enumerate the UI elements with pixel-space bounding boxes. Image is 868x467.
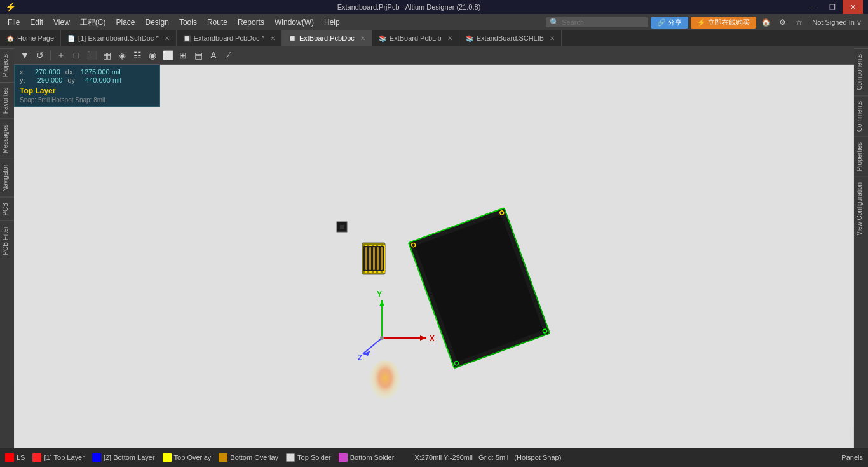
tool-table[interactable]: ▤	[191, 48, 205, 62]
svg-text:Y: Y	[377, 290, 382, 299]
tab-pcbdoc2-label: ExtBoard.PcbDoc	[299, 34, 355, 42]
share-button[interactable]: 🔗 分享	[651, 17, 688, 29]
tab-schdoc-close[interactable]: ✕	[165, 35, 170, 42]
menu-project[interactable]: 工程(C)	[75, 15, 111, 30]
window-controls: — ❐ ✕	[802, 0, 863, 14]
search-icon: 🔍	[550, 18, 559, 27]
buy-button[interactable]: ⚡ 立即在线购买	[691, 17, 756, 29]
layer-toplayer[interactable]: [1] Top Layer	[32, 453, 84, 462]
tool-square[interactable]: ⬜	[161, 48, 175, 62]
svg-rect-12	[373, 247, 375, 270]
layer-topoverlay[interactable]: Top Overlay	[163, 453, 212, 462]
tool-crosshair[interactable]: ⊞	[176, 48, 190, 62]
bookmark-icon[interactable]: ☆	[792, 15, 806, 29]
menu-design[interactable]: Design	[140, 16, 174, 29]
sidebar-favorites[interactable]: Favorites	[0, 82, 14, 119]
tool-rectangle[interactable]: □	[69, 48, 83, 62]
toolbar-sep1	[50, 50, 51, 60]
right-sidebar: Components Comments Properties View Conf…	[854, 46, 868, 448]
tab-schlib-close[interactable]: ✕	[550, 35, 555, 42]
layer-topsolder[interactable]: Top Solder	[286, 453, 331, 462]
window-title: Extandboard.PrjPcb - Altium Designer (21…	[16, 3, 802, 11]
pcb-svg-canvas: Z Y X	[14, 65, 854, 448]
menu-edit[interactable]: Edit	[25, 16, 48, 29]
tool-circle[interactable]: ◉	[146, 48, 159, 62]
tool-filter[interactable]: ▼	[18, 48, 32, 62]
sidebar-properties[interactable]: Properties	[854, 137, 868, 177]
menu-place[interactable]: Place	[111, 16, 140, 29]
svg-rect-14	[381, 247, 383, 270]
tool-grid[interactable]: ▦	[100, 48, 114, 62]
svg-text:X: X	[430, 334, 435, 343]
sidebar-messages[interactable]: Messages	[0, 119, 14, 159]
layer-bottomlayer[interactable]: [2] Bottom Layer	[92, 453, 155, 462]
tab-pcblib-close[interactable]: ✕	[447, 35, 452, 42]
layer-bottomsolder[interactable]: Bottom Solder	[339, 453, 395, 462]
menu-reports[interactable]: Reports	[233, 16, 269, 29]
dx-label: dx:	[65, 68, 76, 76]
tab-pcbdoc1-close[interactable]: ✕	[270, 35, 275, 42]
sidebar-comments[interactable]: Comments	[854, 95, 868, 137]
user-menu[interactable]: Not Signed In ∨	[808, 18, 865, 27]
left-sidebar: Projects Favorites Messages Navigator PC…	[0, 46, 14, 448]
snap-info: Snap: 5mil Hotspot Snap: 8mil	[20, 97, 154, 104]
tab-schlib[interactable]: 📚 ExtandBoard.SCHLIB ✕	[459, 30, 562, 46]
svg-text:Z: Z	[358, 353, 362, 362]
layer-bottomoverlay[interactable]: Bottom Overlay	[219, 453, 278, 462]
tool-add[interactable]: ＋	[54, 48, 68, 62]
tab-home[interactable]: 🏠 Home Page	[0, 30, 61, 46]
tool-line[interactable]: ⁄	[222, 48, 236, 62]
panels-button[interactable]: Panels	[841, 454, 863, 461]
menu-help[interactable]: Help	[319, 16, 345, 29]
menu-route[interactable]: Route	[202, 16, 233, 29]
tool-fill[interactable]: ⬛	[85, 48, 98, 62]
menu-tools[interactable]: Tools	[174, 16, 202, 29]
tab-pcbdoc1[interactable]: 🔲 Extandboard.PcbDoc * ✕	[177, 30, 282, 46]
settings-icon[interactable]: ⚙	[775, 15, 789, 29]
layer-ls[interactable]: LS	[5, 453, 25, 462]
menu-view[interactable]: View	[48, 16, 75, 29]
dy-label: dy:	[67, 76, 78, 84]
menu-file[interactable]: File	[3, 16, 25, 29]
coordinate-display: x: 270.000 dx: 1275.000 mil y: -290.000 …	[14, 65, 160, 107]
svg-point-33	[369, 360, 401, 405]
tab-pcblib-label: ExtBoard.PcbLib	[390, 34, 442, 42]
tool-list[interactable]: ☷	[130, 48, 144, 62]
tab-schdoc[interactable]: 📄 [1] Extandboard.SchDoc * ✕	[61, 30, 177, 46]
sidebar-pcbfilter[interactable]: PCB Filter	[0, 220, 14, 261]
layer-bottomoverlay-color	[219, 453, 227, 462]
tab-home-label: Home Page	[17, 34, 54, 42]
layer-topsolder-color	[286, 453, 295, 462]
close-button[interactable]: ✕	[843, 0, 863, 14]
minimize-button[interactable]: —	[802, 0, 822, 14]
sidebar-navigator[interactable]: Navigator	[0, 159, 14, 197]
home-tab-icon: 🏠	[6, 35, 14, 42]
tool-interactive-route[interactable]: ↺	[33, 48, 47, 62]
sidebar-projects[interactable]: Projects	[0, 48, 14, 82]
maximize-button[interactable]: ❐	[822, 0, 843, 14]
search-box[interactable]: 🔍	[546, 17, 648, 27]
tab-pcblib[interactable]: 📚 ExtBoard.PcbLib ✕	[372, 30, 459, 46]
statusbar: LS [1] Top Layer [2] Bottom Layer Top Ov…	[0, 448, 868, 467]
pcb-3d-view[interactable]: Z Y X	[14, 65, 854, 448]
tool-measure[interactable]: ◈	[115, 48, 129, 62]
svg-rect-10	[365, 247, 367, 270]
titlebar: ⚡ Extandboard.PrjPcb - Altium Designer (…	[0, 0, 868, 14]
tab-schdoc-label: [1] Extandboard.SchDoc *	[78, 34, 159, 42]
sidebar-viewconfig[interactable]: View Configuration	[854, 177, 868, 241]
home-icon[interactable]: 🏠	[759, 15, 773, 29]
search-input[interactable]	[562, 18, 644, 26]
tab-pcbdoc1-label: Extandboard.PcbDoc *	[194, 34, 264, 42]
layer-ls-label: LS	[17, 454, 25, 461]
tool-text[interactable]: A	[207, 48, 220, 62]
sidebar-components[interactable]: Components	[854, 48, 868, 95]
tab-pcbdoc2[interactable]: 🔲 ExtBoard.PcbDoc ✕	[282, 30, 372, 46]
menu-window[interactable]: Window(W)	[269, 16, 319, 29]
sidebar-pcb[interactable]: PCB	[0, 197, 14, 221]
main-canvas[interactable]: Z Y X	[14, 65, 854, 448]
tab-schlib-label: ExtandBoard.SCHLIB	[477, 34, 544, 42]
pcblib-icon: 📚	[379, 35, 386, 42]
y-label: y:	[20, 76, 30, 84]
tab-pcbdoc2-close[interactable]: ✕	[360, 35, 365, 42]
svg-point-29	[380, 336, 384, 340]
